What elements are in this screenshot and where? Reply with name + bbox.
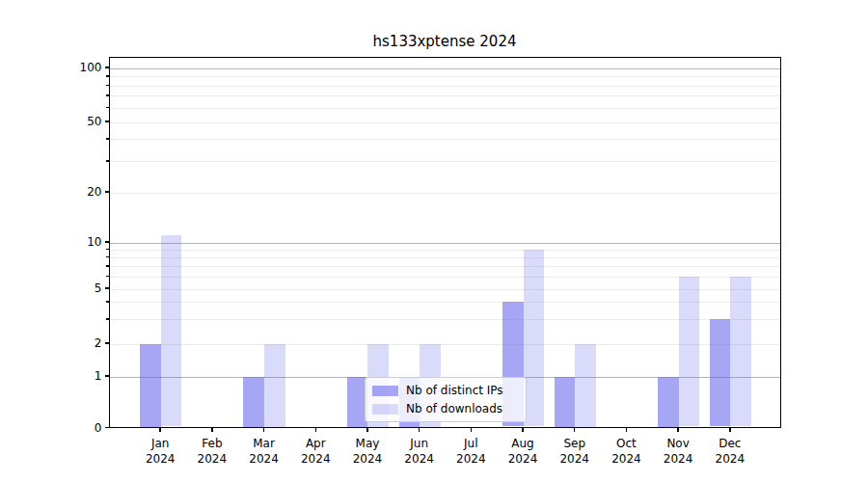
legend: Nb of distinct IPs Nb of downloads: [365, 377, 527, 422]
x-tick-jun: [419, 428, 420, 432]
y-minor-tick-80: [106, 85, 109, 87]
y-tick-100: [105, 67, 109, 68]
y-tick-label-20: 20: [64, 186, 102, 198]
y-minor-tick-5: [106, 288, 109, 290]
x-tick-mar: [263, 428, 265, 432]
minor-gridline-70: [110, 95, 780, 96]
x-tick-apr: [315, 428, 317, 432]
x-tick-jan: [159, 428, 161, 432]
bar-downloads-jan: [161, 235, 182, 426]
y-minor-tick-20: [106, 192, 109, 194]
legend-label-downloads: Nb of downloads: [406, 402, 502, 415]
y-tick-label-1: 1: [64, 370, 102, 382]
y-minor-tick-4: [106, 301, 109, 303]
y-tick-label-10: 10: [64, 236, 102, 248]
bar-downloads-sep: [575, 344, 596, 427]
legend-entry-downloads: Nb of downloads: [372, 402, 518, 415]
y-tick-label-2: 2: [64, 337, 102, 349]
minor-gridline-60: [110, 108, 780, 109]
x-tick-sep: [574, 428, 576, 432]
x-tick-oct: [626, 428, 628, 432]
y-minor-tick-70: [106, 94, 109, 96]
chart-canvas: hs133xptense 2024 0125102050100 Jan2024F…: [0, 0, 868, 482]
minor-gridline-40: [110, 139, 780, 140]
y-minor-tick-8: [106, 256, 109, 258]
y-tick-10: [105, 241, 109, 243]
x-tick-jul: [471, 428, 473, 432]
y-minor-tick-7: [106, 265, 109, 267]
minor-gridline-9: [110, 250, 780, 251]
major-gridline-100: [110, 68, 780, 69]
bar-ips-jan: [140, 344, 161, 427]
bar-ips-mar: [243, 377, 264, 427]
minor-gridline-50: [110, 122, 780, 123]
y-minor-tick-3: [106, 318, 109, 320]
minor-gridline-80: [110, 86, 780, 87]
y-minor-tick-30: [106, 160, 109, 162]
y-tick-label-5: 5: [64, 282, 102, 294]
legend-label-distinct-ips: Nb of distinct IPs: [406, 384, 503, 397]
y-tick-1: [105, 375, 109, 377]
x-tick-nov: [677, 428, 679, 432]
y-minor-tick-50: [106, 121, 109, 123]
y-minor-tick-2: [106, 343, 109, 345]
bar-downloads-dec: [730, 277, 751, 427]
bar-downloads-nov: [679, 277, 700, 427]
plot-area: [109, 57, 781, 428]
minor-gridline-30: [110, 161, 780, 162]
bar-downloads-mar: [264, 344, 285, 427]
y-tick-0: [105, 427, 109, 429]
bar-ips-dec: [710, 319, 731, 426]
y-tick-label-50: 50: [64, 116, 102, 127]
y-minor-tick-6: [106, 276, 109, 278]
x-tick-dec: [729, 428, 731, 432]
minor-gridline-20: [110, 193, 780, 194]
legend-swatch-downloads: [372, 404, 398, 415]
legend-swatch-distinct-ips: [372, 386, 398, 396]
x-tick-feb: [211, 428, 213, 432]
x-tick-aug: [522, 428, 524, 432]
bar-ips-nov: [658, 377, 679, 427]
chart-title: hs133xptense 2024: [252, 33, 637, 50]
x-tick-label-dec: Dec2024: [699, 436, 761, 467]
minor-gridline-7: [110, 266, 780, 267]
y-tick-label-100: 100: [64, 62, 102, 73]
y-minor-tick-40: [106, 138, 109, 140]
x-tick-may: [366, 428, 368, 432]
bar-ips-sep: [555, 377, 576, 427]
y-tick-label-0: 0: [64, 422, 102, 434]
y-minor-tick-60: [106, 107, 109, 109]
major-gridline-10: [110, 243, 780, 244]
legend-entry-distinct-ips: Nb of distinct IPs: [372, 384, 518, 397]
minor-gridline-8: [110, 257, 780, 258]
y-minor-tick-90: [106, 75, 109, 77]
minor-gridline-90: [110, 76, 780, 77]
y-minor-tick-9: [106, 249, 109, 251]
